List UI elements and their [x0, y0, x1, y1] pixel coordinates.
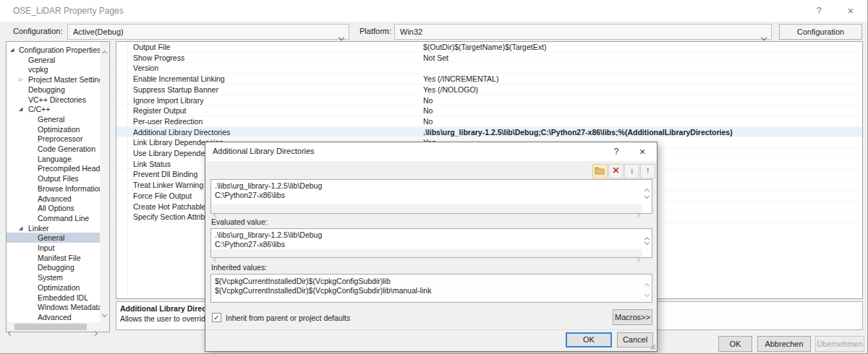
- delete-line-button[interactable]: ✕: [608, 164, 624, 178]
- arrow-up-icon: ↑: [646, 165, 650, 176]
- tree-item-language[interactable]: Language: [7, 154, 100, 164]
- tree-item-label: Browse Information: [38, 184, 100, 194]
- property-row[interactable]: Register OutputNo: [116, 105, 862, 116]
- collapse-icon[interactable]: ◢: [10, 47, 14, 53]
- inherit-checkbox[interactable]: ✓: [212, 313, 221, 322]
- cancel-button[interactable]: Abbrechen: [757, 336, 811, 352]
- tree-item-general[interactable]: General: [7, 55, 100, 65]
- tree-item-system[interactable]: System: [7, 272, 100, 282]
- tree-item-debugging[interactable]: Debugging: [7, 262, 100, 272]
- tree-item-command-line[interactable]: Command Line: [7, 213, 100, 223]
- chevron-right-icon[interactable]: [636, 251, 639, 264]
- property-value: Yes (/INCREMENTAL): [423, 74, 498, 84]
- tree-item-output-files[interactable]: Output Files: [7, 173, 100, 184]
- tree-item-general[interactable]: General: [7, 114, 100, 124]
- property-row[interactable]: Enable Incremental LinkingYes (/INCREMEN…: [116, 74, 862, 85]
- arrow-down-icon: ↓: [630, 165, 634, 176]
- tree-item-input[interactable]: Input: [7, 243, 100, 253]
- delete-icon: ✕: [612, 165, 619, 176]
- dialog-cancel-button[interactable]: Cancel: [617, 332, 653, 347]
- tree-item-vcpkg[interactable]: vcpkg: [7, 64, 100, 74]
- property-value: Not Set: [423, 53, 448, 63]
- tree-item-advanced[interactable]: Advanced: [7, 312, 100, 322]
- property-value: No: [423, 106, 433, 116]
- tree-item-configuration-properties[interactable]: ◢Configuration Properties: [7, 45, 100, 55]
- collapse-icon[interactable]: ◢: [19, 225, 22, 231]
- chevron-right-icon[interactable]: [93, 325, 97, 338]
- directories-list-box[interactable]: .\libs\urg_library-1.2.5\lib\DebugC:\Pyt…: [210, 179, 652, 214]
- tree-item-all-options[interactable]: All Options: [7, 203, 100, 213]
- move-up-button[interactable]: ↑: [640, 164, 655, 178]
- chevron-down-icon[interactable]: [645, 286, 649, 299]
- tree-item-label: Language: [38, 154, 72, 164]
- property-name: Version: [133, 64, 158, 73]
- tree-item-label: System: [38, 272, 63, 282]
- collapse-icon[interactable]: ◢: [19, 106, 22, 112]
- property-row[interactable]: Additional Library Directories.\libs\urg…: [116, 127, 862, 138]
- tree-item-preprocessor[interactable]: Preprocessor: [7, 134, 100, 144]
- apply-button: Übernehmen: [815, 336, 864, 352]
- tree-item-vc++-directories[interactable]: VC++ Directories: [7, 95, 100, 105]
- tree-item-optimization[interactable]: Optimization: [7, 282, 100, 293]
- additional-library-directories-dialog: Additional Library Directories ? × ✕ ↓ ↑…: [205, 142, 658, 352]
- tree-item-linker[interactable]: ◢Linker: [7, 223, 100, 233]
- path-line[interactable]: C:\Python27-x86\libs: [215, 191, 285, 200]
- tree-item-label: Preprocessor: [38, 134, 82, 144]
- tree-item-general[interactable]: General: [7, 233, 100, 243]
- horizontal-scrollbar[interactable]: [211, 204, 642, 213]
- tree-item-c-c++[interactable]: ◢C/C++: [7, 104, 100, 114]
- tree-item-code-generation[interactable]: Code Generation: [7, 144, 100, 154]
- chevron-down-icon[interactable]: [645, 234, 649, 247]
- property-row[interactable]: Per-user RedirectionNo: [116, 116, 862, 127]
- property-row[interactable]: Output File$(OutDir)$(TargetName)$(Targe…: [116, 42, 862, 53]
- tree-item-embedded-idl[interactable]: Embedded IDL: [7, 293, 100, 303]
- tree-item-advanced[interactable]: Advanced: [7, 194, 100, 204]
- tree-item-label: Command Line: [38, 213, 89, 223]
- help-icon[interactable]: ?: [810, 4, 827, 17]
- chevron-down-icon[interactable]: [103, 306, 106, 319]
- tree-item-manifest-file[interactable]: Manifest File: [7, 253, 100, 263]
- close-icon[interactable]: ×: [842, 4, 859, 17]
- property-row[interactable]: Suppress Startup BannerYes (/NOLOGO): [116, 85, 862, 95]
- configuration-label: Configuration:: [13, 27, 63, 35]
- tree-items: ◢Configuration PropertiesGeneralvcpkg▷Pr…: [7, 42, 100, 323]
- dialog-ok-button[interactable]: OK: [566, 332, 612, 347]
- scrollbar-thumb[interactable]: [14, 324, 87, 330]
- tree-item-optimization[interactable]: Optimization: [7, 124, 100, 134]
- path-line[interactable]: .\libs\urg_library-1.2.5\lib\Debug: [215, 181, 322, 191]
- tree-item-label: Precompiled Headers: [38, 163, 100, 173]
- path-line: C:\Python27-x86\libs: [215, 240, 285, 249]
- tree-item-precompiled-headers[interactable]: Precompiled Headers: [7, 163, 100, 173]
- configuration-manager-button[interactable]: Configuration Manager...: [779, 24, 862, 40]
- window-title: OSE_LiDAR Property Pages: [13, 6, 124, 16]
- property-row[interactable]: Ignore Import LibraryNo: [116, 95, 862, 106]
- expand-icon[interactable]: ▷: [19, 77, 22, 82]
- ok-button[interactable]: OK: [718, 336, 752, 352]
- new-line-button[interactable]: [592, 164, 608, 178]
- help-icon[interactable]: ?: [608, 145, 625, 158]
- tree-item-project-master-settings[interactable]: ▷Project Master Settings: [7, 74, 100, 85]
- horizontal-scrollbar[interactable]: [211, 249, 642, 257]
- tree-horizontal-scrollbar[interactable]: [7, 322, 100, 332]
- property-name: Prevent Dll Binding: [133, 170, 197, 179]
- tree-item-windows-metadata[interactable]: Windows Metadata: [7, 302, 100, 312]
- chevron-down-icon[interactable]: [645, 188, 649, 201]
- tree-item-label: General: [38, 114, 64, 124]
- property-name: Show Progress: [133, 53, 184, 63]
- property-row[interactable]: Show ProgressNot Set: [116, 53, 862, 64]
- property-value: No: [423, 96, 433, 105]
- dialog-titlebar: Additional Library Directories ? ×: [205, 142, 657, 161]
- move-down-button[interactable]: ↓: [624, 164, 639, 178]
- chevron-up-icon[interactable]: [103, 45, 106, 58]
- macros-button[interactable]: Macros>>: [613, 309, 652, 325]
- tree-item-browse-information[interactable]: Browse Information: [7, 184, 100, 194]
- property-row[interactable]: Version: [116, 63, 862, 74]
- platform-dropdown[interactable]: Win32: [394, 24, 772, 40]
- chevron-right-icon[interactable]: [636, 207, 639, 220]
- chevron-left-icon[interactable]: [9, 325, 12, 338]
- configuration-dropdown[interactable]: Active(Debug): [67, 24, 349, 40]
- tree-item-debugging[interactable]: Debugging: [7, 85, 100, 95]
- close-icon[interactable]: ×: [634, 145, 651, 158]
- tree-vertical-scrollbar[interactable]: [100, 42, 109, 322]
- property-value: Yes (/NOLOGO): [423, 85, 478, 95]
